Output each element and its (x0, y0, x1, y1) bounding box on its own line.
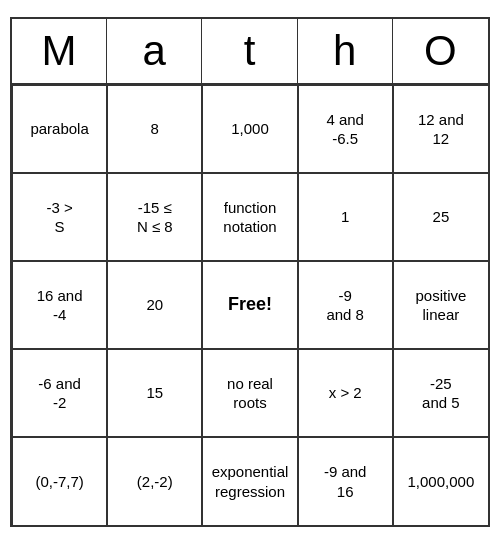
bingo-cell-19: -25and 5 (393, 349, 488, 437)
bingo-cell-2: 1,000 (202, 85, 297, 173)
bingo-cell-7: functionnotation (202, 173, 297, 261)
bingo-cell-17: no realroots (202, 349, 297, 437)
bingo-cell-12: Free! (202, 261, 297, 349)
bingo-header: MathO (12, 19, 488, 85)
bingo-cell-24: 1,000,000 (393, 437, 488, 525)
bingo-cell-21: (2,-2) (107, 437, 202, 525)
bingo-grid: parabola81,0004 and-6.512 and12-3 >S-15 … (12, 85, 488, 525)
bingo-cell-3: 4 and-6.5 (298, 85, 393, 173)
bingo-cell-13: -9and 8 (298, 261, 393, 349)
header-letter-h: h (298, 19, 393, 83)
bingo-cell-8: 1 (298, 173, 393, 261)
header-letter-O: O (393, 19, 488, 83)
header-letter-t: t (202, 19, 297, 83)
bingo-cell-16: 15 (107, 349, 202, 437)
header-letter-M: M (12, 19, 107, 83)
bingo-cell-11: 20 (107, 261, 202, 349)
bingo-cell-23: -9 and16 (298, 437, 393, 525)
bingo-cell-20: (0,-7,7) (12, 437, 107, 525)
bingo-cell-15: -6 and-2 (12, 349, 107, 437)
bingo-cell-10: 16 and-4 (12, 261, 107, 349)
bingo-cell-14: positivelinear (393, 261, 488, 349)
bingo-cell-9: 25 (393, 173, 488, 261)
bingo-card: MathO parabola81,0004 and-6.512 and12-3 … (10, 17, 490, 527)
bingo-cell-6: -15 ≤N ≤ 8 (107, 173, 202, 261)
bingo-cell-18: x > 2 (298, 349, 393, 437)
bingo-cell-22: exponentialregression (202, 437, 297, 525)
bingo-cell-5: -3 >S (12, 173, 107, 261)
bingo-cell-4: 12 and12 (393, 85, 488, 173)
bingo-cell-1: 8 (107, 85, 202, 173)
header-letter-a: a (107, 19, 202, 83)
bingo-cell-0: parabola (12, 85, 107, 173)
